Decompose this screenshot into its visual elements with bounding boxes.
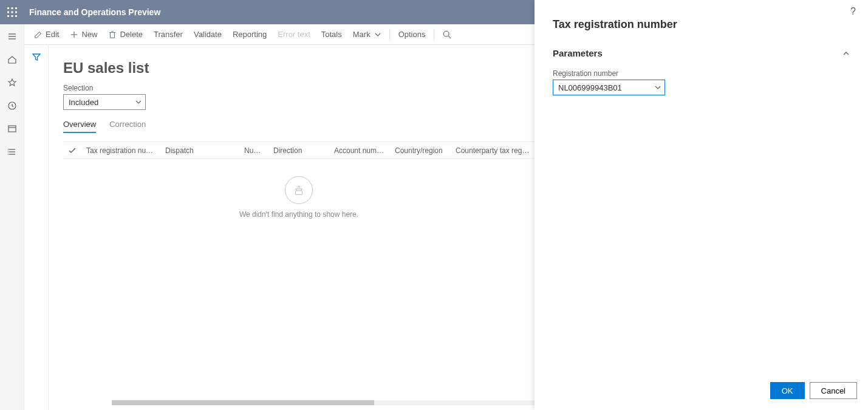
mark-button[interactable]: Mark — [348, 26, 386, 43]
selection-dropdown[interactable]: Included — [63, 94, 146, 110]
column-dispatch[interactable]: Dispatch — [160, 146, 239, 155]
svg-rect-6 — [7, 15, 9, 17]
edit-label: Edit — [46, 30, 59, 39]
svg-rect-30 — [296, 191, 302, 194]
toolbar-separator — [434, 29, 434, 41]
tab-correction[interactable]: Correction — [109, 120, 146, 133]
filter-icon[interactable] — [32, 52, 41, 64]
column-counterparty[interactable]: Counterparty tax registration — [451, 146, 535, 155]
svg-rect-1 — [12, 7, 13, 9]
svg-rect-0 — [7, 7, 9, 9]
svg-rect-5 — [15, 12, 17, 13]
chevron-down-icon — [655, 84, 661, 91]
section-title: Parameters — [553, 48, 603, 58]
svg-rect-3 — [7, 12, 9, 13]
new-button[interactable]: New — [65, 26, 102, 43]
svg-rect-4 — [12, 12, 13, 13]
trash-icon — [108, 30, 117, 39]
filter-rail — [24, 45, 49, 410]
toolbar-search-button[interactable] — [438, 27, 456, 43]
svg-point-28 — [7, 151, 9, 152]
page-title: EU sales list — [63, 60, 535, 77]
svg-rect-13 — [111, 32, 115, 38]
nav-menu-icon[interactable] — [6, 30, 18, 43]
svg-line-17 — [449, 36, 451, 38]
options-label: Options — [398, 30, 426, 39]
svg-point-16 — [444, 31, 449, 36]
svg-rect-8 — [15, 15, 17, 17]
app-launcher-icon[interactable] — [0, 0, 24, 24]
transfer-label: Transfer — [154, 30, 183, 39]
panel-section-parameters: Parameters Registration number NL0069999… — [535, 42, 868, 95]
svg-point-33 — [298, 185, 299, 186]
transfer-button[interactable]: Transfer — [149, 26, 188, 43]
chevron-down-icon — [135, 99, 142, 105]
mark-label: Mark — [353, 30, 371, 39]
workspaces-icon[interactable] — [6, 123, 18, 135]
column-direction[interactable]: Direction — [268, 146, 329, 155]
column-number[interactable]: Number — [239, 146, 268, 155]
tabs: Overview Correction — [63, 120, 535, 133]
plus-icon — [70, 30, 78, 39]
cancel-button[interactable]: Cancel — [810, 382, 857, 399]
tab-overview[interactable]: Overview — [63, 120, 96, 133]
chevron-down-icon — [375, 32, 381, 38]
grid-header: Tax registration number Dispatch Number … — [63, 142, 535, 159]
svg-rect-2 — [15, 7, 17, 9]
svg-rect-7 — [12, 15, 13, 17]
empty-message: We didn't find anything to show here. — [63, 210, 535, 219]
pencil-icon — [34, 30, 43, 39]
validate-button[interactable]: Validate — [189, 26, 227, 43]
selection-field: Selection Included — [63, 84, 535, 110]
recent-icon[interactable] — [6, 100, 18, 112]
delete-label: Delete — [120, 30, 143, 39]
search-icon — [443, 30, 451, 39]
totals-label: Totals — [321, 30, 342, 39]
totals-button[interactable]: Totals — [316, 26, 347, 43]
registration-label: Registration number — [553, 69, 850, 78]
app-title: Finance and Operations Preview — [29, 7, 160, 17]
svg-rect-22 — [9, 126, 16, 132]
scrollbar-thumb[interactable] — [112, 400, 374, 405]
column-select-all[interactable] — [63, 147, 81, 154]
svg-point-27 — [7, 149, 9, 150]
svg-point-29 — [7, 154, 9, 155]
left-rail — [0, 24, 24, 410]
panel-title: Tax registration number — [535, 0, 868, 42]
error-text-label: Error text — [278, 30, 310, 39]
favorites-icon[interactable] — [6, 77, 18, 89]
registration-dropdown[interactable]: NL006999943B01 — [553, 80, 665, 95]
column-account[interactable]: Account number — [329, 146, 390, 155]
horizontal-scrollbar[interactable] — [112, 400, 535, 405]
registration-value: NL006999943B01 — [558, 83, 622, 92]
empty-state: We didn't find anything to show here. — [63, 159, 535, 219]
error-text-button: Error text — [273, 26, 315, 43]
toolbar-separator — [389, 29, 390, 41]
home-icon[interactable] — [6, 53, 18, 66]
help-icon[interactable]: ? — [850, 6, 856, 17]
ok-button[interactable]: OK — [770, 382, 805, 399]
edit-button[interactable]: Edit — [29, 26, 64, 43]
side-panel: ? Tax registration number Parameters Reg… — [535, 0, 868, 410]
delete-button[interactable]: Delete — [103, 26, 148, 43]
column-tax-registration[interactable]: Tax registration number — [81, 146, 160, 155]
reporting-label: Reporting — [233, 30, 267, 39]
reporting-button[interactable]: Reporting — [228, 26, 272, 43]
validate-label: Validate — [194, 30, 222, 39]
selection-label: Selection — [63, 84, 535, 92]
check-icon — [69, 147, 76, 154]
panel-footer: OK Cancel — [535, 374, 868, 410]
empty-plant-icon — [285, 176, 313, 204]
options-button[interactable]: Options — [394, 26, 431, 43]
data-grid: Tax registration number Dispatch Number … — [63, 142, 535, 219]
modules-icon[interactable] — [6, 146, 18, 158]
svg-point-31 — [296, 186, 297, 187]
section-header-parameters[interactable]: Parameters — [553, 42, 850, 64]
main-content: EU sales list Selection Included Overvie… — [49, 45, 535, 410]
selection-value: Included — [69, 98, 98, 107]
column-country[interactable]: Country/region — [390, 146, 451, 155]
svg-point-32 — [301, 186, 301, 187]
chevron-up-icon — [842, 50, 850, 57]
new-label: New — [81, 30, 97, 39]
